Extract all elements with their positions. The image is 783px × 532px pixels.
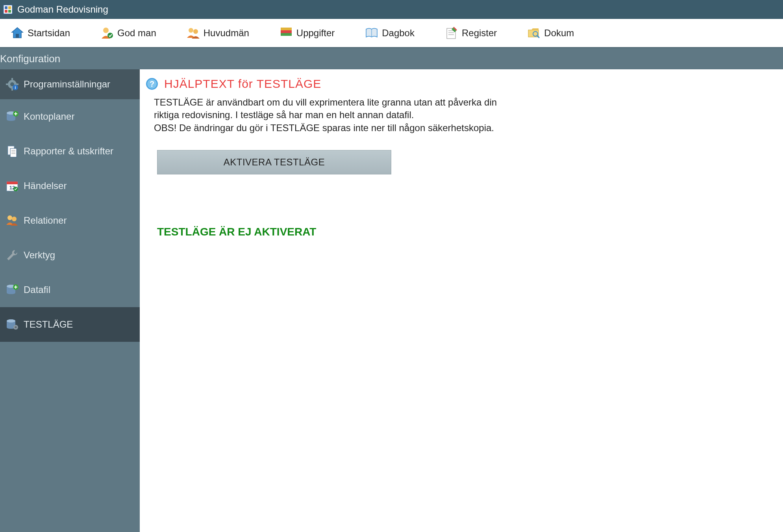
section-title: Konfiguration [0, 53, 60, 65]
help-body: TESTLÄGE är användbart om du vill exprim… [154, 96, 508, 134]
person-badge-icon [100, 26, 114, 40]
svg-rect-4 [8, 10, 11, 13]
svg-text:?: ? [150, 80, 154, 88]
svg-point-8 [189, 28, 193, 33]
sidebar-item-label: Relationer [24, 215, 67, 226]
toolbar-label: God man [117, 28, 156, 39]
help-header: ? HJÄLPTEXT för TESTLÄGE [145, 77, 779, 91]
testmode-status: TESTLÄGE ÄR EJ AKTIVERAT [157, 226, 779, 238]
svg-rect-3 [5, 10, 7, 13]
sidebar-item-label: Programinställningar [24, 79, 110, 90]
toolbar-label: Dokum [544, 28, 574, 39]
toolbar-item-dagbok[interactable]: Dagbok [357, 22, 422, 44]
svg-rect-10 [281, 33, 292, 36]
sidebar-item-label: Kontoplaner [24, 111, 74, 122]
svg-point-41 [7, 215, 12, 220]
svg-point-49 [15, 326, 17, 328]
svg-point-9 [193, 29, 198, 34]
toolbar-item-startsidan[interactable]: Startsidan [3, 22, 77, 44]
database-plus-icon [6, 110, 19, 123]
toolbar-item-register[interactable]: Register [437, 22, 504, 44]
search-folder-icon [527, 26, 541, 40]
svg-point-7 [107, 33, 113, 38]
database-gear-icon [6, 318, 19, 331]
svg-rect-25 [6, 83, 8, 85]
sidebar-item-verktyg[interactable]: Verktyg [0, 238, 140, 272]
toolbar-item-dokument[interactable]: Dokum [520, 22, 581, 44]
sidebar: i Programinställningar Kontoplaner Rappo… [0, 69, 140, 532]
toolbar-item-godman[interactable]: God man [93, 22, 163, 44]
toolbar-label: Register [462, 28, 497, 39]
svg-rect-23 [11, 78, 13, 80]
svg-rect-12 [281, 28, 292, 30]
svg-rect-24 [11, 88, 13, 91]
sidebar-item-label: TESTLÄGE [24, 319, 73, 330]
window-title: Godman Redovisning [17, 4, 108, 15]
sidebar-item-handelser[interactable]: 12 Händelser [0, 169, 140, 203]
main-area: i Programinställningar Kontoplaner Rappo… [0, 69, 783, 532]
window-titlebar: Godman Redovisning [0, 0, 783, 19]
svg-line-20 [537, 35, 539, 38]
people-icon [186, 26, 200, 40]
toolbar-item-uppgifter[interactable]: Uppgifter [272, 22, 342, 44]
toolbar-label: Uppgifter [296, 28, 335, 39]
notepad-icon [444, 26, 459, 40]
svg-rect-2 [8, 6, 11, 9]
svg-point-47 [7, 319, 15, 323]
sidebar-item-programsettings[interactable]: i Programinställningar [0, 69, 140, 99]
svg-text:i: i [15, 85, 16, 90]
toolbar-label: Startsidan [28, 28, 70, 39]
people-icon [6, 214, 19, 227]
home-icon [10, 26, 24, 40]
wrench-icon [6, 248, 19, 262]
documents-icon [6, 145, 19, 158]
database-plus-icon [6, 283, 19, 297]
toolbar-label: Dagbok [382, 28, 415, 39]
app-icon [3, 5, 13, 14]
svg-point-6 [103, 28, 109, 33]
svg-point-42 [12, 217, 17, 221]
svg-rect-11 [281, 30, 292, 33]
sidebar-item-testlage[interactable]: TESTLÄGE [0, 307, 140, 342]
sidebar-item-label: Datafil [24, 284, 50, 295]
sidebar-item-relationer[interactable]: Relationer [0, 203, 140, 238]
help-title: HJÄLPTEXT för TESTLÄGE [164, 77, 321, 91]
sidebar-item-label: Rapporter & utskrifter [24, 146, 113, 157]
books-icon [279, 26, 293, 40]
toolbar-item-huvudman[interactable]: Huvudmän [179, 22, 256, 44]
sidebar-item-label: Verktyg [24, 250, 55, 261]
help-icon: ? [145, 77, 159, 91]
content-panel: ? HJÄLPTEXT för TESTLÄGE TESTLÄGE är anv… [140, 69, 783, 532]
sidebar-item-datafil[interactable]: Datafil [0, 272, 140, 307]
book-open-icon [365, 26, 379, 40]
main-toolbar: Startsidan God man Huvudmän Uppgifter Da… [0, 19, 783, 47]
activate-testmode-button[interactable]: AKTIVERA TESTLÄGE [157, 150, 391, 174]
calendar-icon: 12 [6, 179, 19, 193]
gear-icon: i [6, 78, 19, 91]
toolbar-label: Huvudmän [204, 28, 249, 39]
sidebar-item-rapporter[interactable]: Rapporter & utskrifter [0, 134, 140, 169]
sidebar-item-kontoplaner[interactable]: Kontoplaner [0, 99, 140, 134]
svg-rect-38 [7, 182, 18, 184]
section-header: Konfiguration [0, 47, 783, 69]
svg-rect-33 [10, 148, 17, 157]
svg-rect-5 [16, 34, 19, 38]
sidebar-item-label: Händelser [24, 180, 67, 191]
svg-rect-1 [5, 6, 7, 9]
svg-rect-26 [16, 83, 19, 85]
